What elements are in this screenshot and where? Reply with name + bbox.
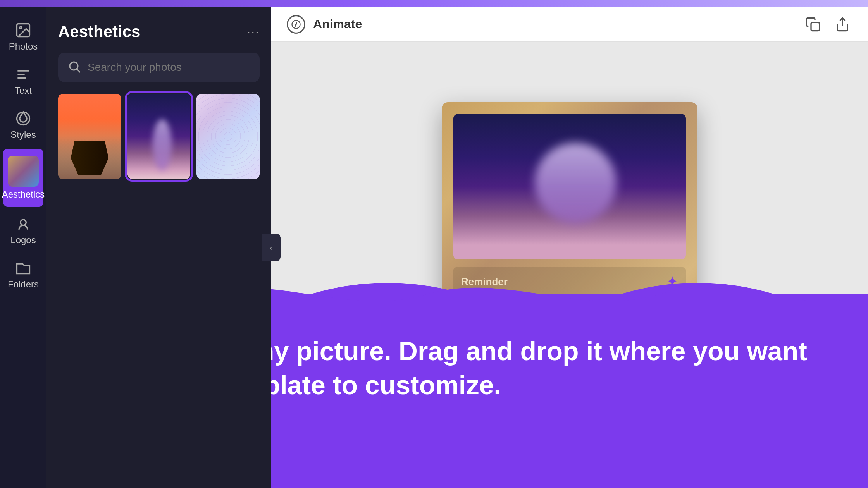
photo-thumbnail-3 (196, 94, 260, 179)
panel: Aesthetics ··· ‹ (46, 7, 271, 488)
search-input[interactable] (88, 61, 250, 74)
sidebar-item-photos-label: Photos (9, 41, 38, 52)
search-bar (58, 53, 260, 82)
top-bar (0, 0, 868, 7)
svg-point-4 (70, 62, 78, 70)
panel-more-button[interactable]: ··· (247, 25, 260, 39)
sidebar-item-styles-label: Styles (10, 129, 36, 140)
animate-label: Animate (313, 17, 362, 31)
sidebar-item-folders[interactable]: Folders (0, 253, 46, 297)
sidebar-item-folders-label: Folders (8, 279, 39, 290)
animate-icon (287, 15, 305, 34)
photo-item-2[interactable] (127, 94, 191, 179)
photo-grid (58, 94, 260, 179)
svg-point-1 (20, 27, 22, 29)
inner-photo (453, 114, 686, 259)
header-actions (803, 14, 852, 34)
sidebar-item-aesthetics-label: Aesthetics (2, 189, 45, 200)
sidebar-item-text[interactable]: Text (0, 59, 46, 103)
search-icon (67, 60, 81, 75)
sidebar: Photos Text Styles Aesthetics Logos Fold… (0, 7, 46, 488)
sidebar-item-aesthetics[interactable]: Aesthetics (3, 149, 43, 207)
photo-item-3[interactable] (196, 94, 260, 179)
photo-item-1[interactable] (58, 94, 121, 179)
photo-thumbnail-1 (58, 94, 121, 179)
share-button[interactable] (832, 14, 852, 34)
svg-point-3 (21, 220, 26, 225)
sidebar-item-text-label: Text (15, 85, 32, 96)
sidebar-item-logos[interactable]: Logos (0, 208, 46, 253)
copy-pages-button[interactable] (803, 14, 823, 34)
collapse-panel-button[interactable]: ‹ (262, 234, 281, 261)
photo-thumbnail-2 (127, 94, 191, 179)
panel-title: Aesthetics (58, 22, 140, 41)
panel-header: Aesthetics ··· (58, 22, 260, 41)
sidebar-item-photos[interactable]: Photos (0, 15, 46, 59)
header-bar: Animate (271, 7, 868, 42)
sidebar-item-logos-label: Logos (10, 235, 36, 246)
svg-rect-7 (811, 22, 820, 31)
svg-line-5 (77, 69, 80, 72)
sidebar-item-styles[interactable]: Styles (0, 103, 46, 147)
svg-point-2 (17, 112, 30, 125)
